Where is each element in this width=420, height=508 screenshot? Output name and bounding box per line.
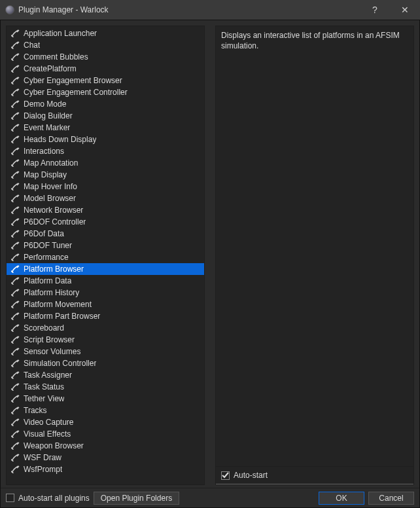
autostart-all-checkbox[interactable] <box>6 494 14 502</box>
plugin-icon <box>10 182 20 191</box>
plugin-label: Event Marker <box>24 123 70 132</box>
dialog-body: Application LauncherChatComment BubblesC… <box>1 20 419 488</box>
plugin-label: CreatePlatform <box>24 64 77 73</box>
plugin-label: P6DOF Tuner <box>24 241 72 250</box>
plugin-row[interactable]: Platform History <box>7 287 204 299</box>
plugin-row[interactable]: Scoreboard <box>7 322 204 334</box>
plugin-label: WSF Draw <box>24 453 61 462</box>
plugin-row[interactable]: Task Assigner <box>7 369 204 381</box>
plugin-icon <box>10 312 20 321</box>
footer: Auto-start all plugins Open Plugin Folde… <box>1 488 419 507</box>
plugin-row[interactable]: Comment Bubbles <box>7 51 204 63</box>
plugin-icon <box>10 418 20 427</box>
plugin-row[interactable]: Interactions <box>7 145 204 157</box>
plugin-label: Map Hover Info <box>24 182 77 191</box>
plugin-row[interactable]: P6DOF Controller <box>7 216 204 228</box>
plugin-label: Task Assigner <box>24 371 72 380</box>
plugin-icon <box>10 206 20 215</box>
plugin-row[interactable]: Cyber Engagement Browser <box>7 75 204 86</box>
plugin-row[interactable]: P6Dof Data <box>7 228 204 240</box>
titlebar: Plugin Manager - Warlock ? ✕ <box>0 0 420 20</box>
plugin-label: Demo Mode <box>24 100 66 109</box>
splitter[interactable] <box>209 26 211 485</box>
plugin-icon <box>10 88 20 97</box>
plugin-label: Sensor Volumes <box>24 347 80 356</box>
plugin-row[interactable]: Chat <box>7 39 204 51</box>
plugin-icon <box>10 371 20 380</box>
plugin-icon <box>10 76 20 85</box>
plugin-label: Comment Bubbles <box>24 52 88 62</box>
plugin-row[interactable]: Map Annotation <box>7 157 204 169</box>
plugin-row[interactable]: Demo Mode <box>7 98 204 110</box>
plugin-row[interactable]: P6DOF Tuner <box>7 240 204 251</box>
window-title: Plugin Manager - Warlock <box>18 5 109 14</box>
plugin-icon <box>10 323 20 333</box>
plugin-row[interactable]: Sensor Volumes <box>7 346 204 357</box>
plugin-icon <box>10 123 20 132</box>
plugin-icon <box>10 29 20 38</box>
cancel-button[interactable]: Cancel <box>368 492 414 505</box>
plugin-row[interactable]: Script Browser <box>7 334 204 346</box>
plugin-icon <box>10 347 20 356</box>
close-button[interactable]: ✕ <box>390 0 420 20</box>
help-button[interactable]: ? <box>360 0 390 20</box>
plugin-row[interactable]: WSF Draw <box>7 452 204 463</box>
plugin-list-panel: Application LauncherChatComment BubblesC… <box>6 26 205 485</box>
plugin-label: Performance <box>24 253 69 262</box>
plugin-label: Dialog Builder <box>24 111 73 120</box>
plugin-row[interactable]: Task Status <box>7 381 204 393</box>
autostart-checkbox[interactable] <box>221 471 230 480</box>
plugin-label: Script Browser <box>24 335 75 344</box>
plugin-row[interactable]: Platform Data <box>7 275 204 287</box>
details-panel: Displays an interactive list of platform… <box>215 26 414 485</box>
plugin-label: Platform Data <box>24 276 71 285</box>
plugin-row[interactable]: Network Browser <box>7 204 204 216</box>
plugin-row[interactable]: CreatePlatform <box>7 63 204 75</box>
plugin-row[interactable]: WsfPrompt <box>7 463 204 475</box>
plugin-icon <box>10 288 20 297</box>
plugin-label: Map Display <box>24 170 67 179</box>
plugin-icon <box>10 52 20 62</box>
plugin-label: Weapon Browser <box>24 441 84 450</box>
plugin-row[interactable]: Model Browser <box>7 192 204 204</box>
plugin-description: Displays an interactive list of platform… <box>216 26 413 467</box>
plugin-icon <box>10 41 20 50</box>
plugin-row[interactable]: Tracks <box>7 405 204 416</box>
plugin-row[interactable]: Weapon Browser <box>7 440 204 452</box>
plugin-row[interactable]: Application Launcher <box>7 27 204 39</box>
plugin-row[interactable]: Performance <box>7 251 204 263</box>
plugin-row[interactable]: Event Marker <box>7 122 204 134</box>
plugin-icon <box>10 253 20 262</box>
plugin-row[interactable]: Cyber Engagement Controller <box>7 86 204 98</box>
plugin-icon <box>10 241 20 250</box>
autostart-row: Auto-start <box>216 467 413 484</box>
plugin-label: Platform History <box>24 288 79 297</box>
plugin-icon <box>10 359 20 368</box>
plugin-label: Scoreboard <box>24 323 64 333</box>
plugin-icon <box>10 229 20 238</box>
plugin-label: P6Dof Data <box>24 229 64 238</box>
plugin-row[interactable]: Platform Movement <box>7 299 204 310</box>
plugin-row[interactable]: Map Display <box>7 169 204 181</box>
plugin-row[interactable]: Dialog Builder <box>7 110 204 122</box>
plugin-icon <box>10 111 20 120</box>
autostart-label: Auto-start <box>234 471 268 480</box>
app-icon <box>5 5 14 14</box>
plugin-label: Simulation Controller <box>24 359 96 368</box>
plugin-row[interactable]: Video Capture <box>7 416 204 428</box>
plugin-icon <box>10 147 20 156</box>
plugin-row[interactable]: Platform Browser <box>7 263 204 275</box>
plugin-row[interactable]: Map Hover Info <box>7 181 204 192</box>
ok-button[interactable]: OK <box>319 492 364 505</box>
plugin-icon <box>10 135 20 144</box>
plugin-label: Platform Browser <box>24 264 84 274</box>
plugin-row[interactable]: Simulation Controller <box>7 357 204 369</box>
open-plugin-folders-button[interactable]: Open Plugin Folders <box>94 492 179 505</box>
plugin-row[interactable]: Tether View <box>7 393 204 405</box>
plugin-row[interactable]: Visual Effects <box>7 428 204 440</box>
plugin-label: Cyber Engagement Browser <box>24 76 122 85</box>
plugin-row[interactable]: Platform Part Browser <box>7 310 204 322</box>
plugin-label: Cyber Engagement Controller <box>24 88 128 97</box>
plugin-list[interactable]: Application LauncherChatComment BubblesC… <box>7 26 204 484</box>
plugin-row[interactable]: Heads Down Display <box>7 134 204 145</box>
